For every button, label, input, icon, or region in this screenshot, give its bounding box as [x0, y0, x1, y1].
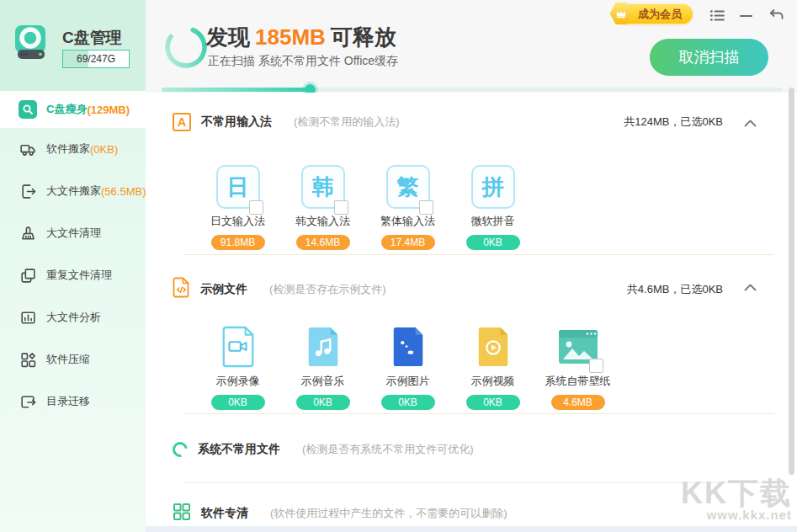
capacity-meter: 69/247G: [62, 50, 130, 68]
item-checkbox[interactable]: [589, 359, 603, 373]
cleanup-item-japanese-ime[interactable]: 日 日文输入法 91.8MB: [195, 165, 280, 250]
sidebar-item-duplicate-clean[interactable]: 重复文件清理: [0, 254, 146, 296]
crown-icon: [609, 2, 633, 25]
system-wallpaper-icon: [556, 325, 600, 369]
item-size-badge: 0KB: [466, 395, 520, 410]
cleanup-item-sample-video[interactable]: 示例视频 0KB: [450, 325, 535, 410]
sidebar-item-directory-migrate[interactable]: 目录迁移: [0, 380, 146, 423]
grid-compress-icon: [19, 350, 37, 369]
sample-music-icon: [301, 325, 345, 369]
cleanup-item-traditional-ime[interactable]: 繁 繁体输入法 17.4MB: [365, 165, 450, 250]
cleanup-item-korean-ime[interactable]: 韩 韩文输入法 14.6MB: [280, 165, 365, 250]
truck-icon: [19, 140, 37, 158]
sidebar-item-c-drive-slim[interactable]: C盘瘦身 (129MB): [0, 91, 146, 128]
minimize-icon[interactable]: [736, 7, 755, 24]
section-loading-icon: [169, 439, 190, 460]
sidebar-item-size: (129MB): [87, 104, 130, 116]
item-checkbox[interactable]: [419, 200, 433, 215]
sidebar-item-bigfile-clean[interactable]: 大文件清理: [0, 212, 146, 254]
menu-icon[interactable]: [708, 7, 726, 24]
magnifier-icon: [19, 100, 37, 119]
main-area: 成为会员 发现185MB可释放 正: [146, 0, 797, 532]
section-stats: 共4.6MB，已选0KB: [627, 282, 723, 297]
item-label: 繁体输入法: [380, 214, 435, 229]
item-size-badge: 0KB: [211, 395, 265, 410]
found-prefix: 发现: [206, 24, 250, 50]
section-title: 示例文件: [200, 282, 247, 297]
sidebar-item-bigfile-move[interactable]: 大文件搬家 (56.5MB): [0, 170, 146, 212]
bar-chart-icon: [19, 308, 37, 327]
ime-glyph: 繁: [397, 173, 419, 202]
section-desc: (检测不常用的输入法): [294, 114, 400, 130]
section-title: 不常用输入法: [201, 114, 272, 130]
scan-result-title: 发现185MB可释放: [206, 23, 396, 52]
broom-icon: [19, 224, 37, 242]
section-desc: (检测是否存在示例文件): [269, 282, 386, 297]
ime-icon: 繁: [386, 165, 430, 209]
section-header-system-unused[interactable]: 系统不常用文件 (检测是否有系统不常用文件可优化): [173, 442, 763, 457]
item-label: 微软拼音: [471, 214, 515, 229]
item-label: 日文输入法: [210, 214, 265, 229]
bottom-strip: [146, 526, 797, 532]
found-size: 185MB: [250, 24, 331, 50]
item-size-badge: 0KB: [466, 235, 520, 250]
found-suffix: 可释放: [331, 24, 396, 50]
chevron-up-icon[interactable]: [744, 279, 757, 295]
cleanup-item-sample-picture[interactable]: 示例图片 0KB: [365, 325, 450, 410]
section-header-input-methods[interactable]: A 不常用输入法 (检测不常用的输入法) 共124MB，已选0KB: [173, 113, 763, 131]
back-icon[interactable]: [767, 7, 785, 24]
cleanup-item-sample-recording[interactable]: 示例录像 0KB: [195, 325, 280, 410]
ime-icon: 日: [216, 165, 260, 209]
topbar: 成为会员 发现185MB可释放 正: [146, 0, 797, 93]
export-icon: [19, 182, 37, 200]
section-divider: [185, 254, 774, 255]
scan-status-text: 正在扫描 系统不常用文件 Office缓存: [208, 54, 398, 69]
sample-movie-icon: [471, 325, 515, 369]
sidebar-item-label: 目录迁移: [46, 394, 90, 409]
software-clean-section-icon: [173, 503, 191, 524]
cleanup-item-ms-pinyin[interactable]: 拼 微软拼音 0KB: [450, 165, 535, 250]
sidebar-item-software-compress[interactable]: 软件压缩: [0, 338, 146, 380]
item-checkbox[interactable]: [249, 200, 263, 215]
scan-spinner-icon: [163, 24, 209, 70]
sample-video-rec-icon: [216, 325, 260, 369]
duplicate-files-icon: [19, 266, 37, 285]
sidebar-item-label: 大文件分析: [46, 310, 101, 325]
cleanup-item-sample-music[interactable]: 示例音乐 0KB: [280, 325, 365, 410]
ime-icon: 韩: [301, 165, 345, 209]
scan-progress-bar: [162, 88, 783, 92]
section-title: 软件专清: [201, 506, 248, 521]
ime-glyph: 韩: [312, 173, 334, 202]
sidebar-item-label: C盘瘦身: [46, 102, 87, 117]
item-label: 系统自带壁纸: [545, 374, 611, 389]
section-header-software-clean[interactable]: 软件专清 (软件使用过程中产生的文件，不需要的可以删除): [173, 503, 763, 524]
sidebar-item-label: 软件搬家: [46, 141, 90, 157]
logo-block: C盘管理 69/247G: [0, 0, 146, 91]
ime-glyph: 日: [227, 173, 249, 202]
sidebar-item-bigfile-analyze[interactable]: 大文件分析: [0, 296, 146, 338]
section-title: 系统不常用文件: [198, 442, 280, 457]
scrollbar-thumb[interactable]: [789, 88, 794, 475]
item-checkbox[interactable]: [334, 200, 348, 215]
ime-glyph: 拼: [482, 173, 504, 202]
cancel-scan-button[interactable]: 取消扫描: [650, 39, 768, 76]
become-member-button[interactable]: 成为会员: [616, 4, 693, 24]
sidebar-item-software-move[interactable]: 软件搬家 (0KB): [0, 128, 146, 170]
section-divider: [185, 482, 774, 483]
become-member-label: 成为会员: [638, 7, 682, 22]
sidebar-item-size: (0KB): [90, 143, 118, 156]
code-file-section-icon: [173, 277, 190, 301]
section-desc: (检测是否有系统不常用文件可优化): [302, 442, 474, 457]
item-size-badge: 14.6MB: [296, 235, 350, 250]
sample-file-items: 示例录像 0KB 示例音乐 0KB 示例图片 0KB: [195, 325, 620, 410]
app-title: C盘管理: [62, 27, 122, 49]
item-label: 示例图片: [386, 374, 430, 389]
cleanup-item-system-wallpaper[interactable]: 系统自带壁纸 4.6MB: [535, 325, 620, 410]
input-method-section-icon: A: [173, 113, 191, 131]
item-label: 示例音乐: [301, 374, 345, 389]
sidebar-item-label: 重复文件清理: [46, 268, 112, 283]
section-header-sample-files[interactable]: 示例文件 (检测是否存在示例文件) 共4.6MB，已选0KB: [173, 277, 763, 301]
item-size-badge: 17.4MB: [381, 235, 435, 250]
chevron-up-icon[interactable]: [744, 115, 757, 130]
drive-icon: [9, 22, 51, 66]
